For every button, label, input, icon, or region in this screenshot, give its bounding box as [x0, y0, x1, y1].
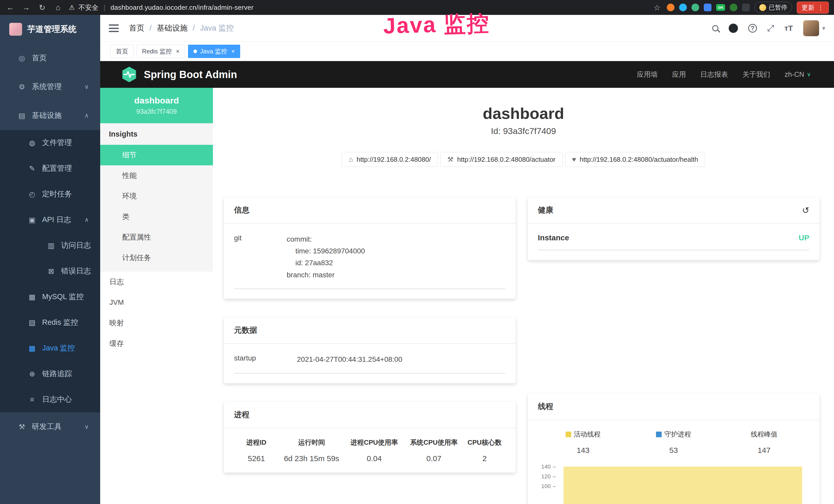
sba-item-scheduled-tasks[interactable]: 计划任务 [100, 248, 213, 268]
git-time-line: time: 1596289704000 [287, 245, 505, 257]
sidebar-item-label: 配置管理 [42, 163, 72, 174]
row-value: 2021-04-27T00:44:31.254+08:00 [297, 353, 505, 365]
sidebar-item-system-management[interactable]: ⚙ 系统管理 ∨ [0, 72, 100, 101]
sba-item-jvm[interactable]: JVM [100, 292, 213, 313]
sidebar-item-scheduled-tasks[interactable]: ◴ 定时任务 [0, 181, 100, 207]
value-system-cpu: 0.07 [404, 454, 464, 463]
paused-badge[interactable]: 已暂停 [754, 2, 792, 13]
info-row-git: git commit: time: 1596289704000 id: 27aa… [234, 233, 505, 289]
sba-item-classes[interactable]: 类 [100, 206, 213, 227]
health-url: http://192.168.0.2:48080/actuator/health [580, 156, 698, 164]
breadcrumb-current: Java 监控 [188, 23, 234, 33]
process-table: 进程ID 运行时间 进程CPU使用率 系统CPU使用率 CPU核心数 5261 … [234, 438, 505, 463]
column-header-pid: 进程ID [234, 438, 279, 447]
sba-item-environment[interactable]: 环境 [100, 186, 213, 206]
sba-nav-applications[interactable]: 应用 [672, 70, 686, 79]
extension-icon-orange[interactable] [667, 4, 675, 11]
sba-nav-about[interactable]: 关于我们 [742, 70, 770, 79]
extension-icon-puzzle[interactable] [742, 4, 750, 11]
sidebar-item-dev-tools[interactable]: ⚒ 研发工具 ∨ [0, 412, 100, 441]
value-live-threads: 143 [538, 446, 628, 455]
threads-card-header: 线程 [528, 394, 820, 420]
extension-icon-grid[interactable] [704, 4, 711, 11]
sidebar-item-file-management[interactable]: ◍ 文件管理 [0, 130, 100, 156]
sidebar-item-tracing[interactable]: ⊕ 链路追踪 [0, 361, 100, 387]
address-bar[interactable]: ⚠ 不安全 | dashboard.yudao.iocoder.cn/infra… [69, 3, 646, 12]
fullscreen-icon[interactable]: ⤢ [767, 23, 774, 33]
home-icon: ⌂ [349, 156, 353, 164]
browser-menu-icon[interactable]: ⋮ [817, 4, 824, 11]
back-icon[interactable]: ← [5, 3, 16, 12]
breadcrumb-home[interactable]: 首页 [129, 23, 144, 33]
home-icon[interactable]: ⌂ [53, 3, 63, 12]
user-menu[interactable]: ▾ [803, 20, 825, 36]
live-threads-area [564, 466, 802, 504]
git-branch-line: branch: master [287, 269, 505, 281]
history-icon[interactable]: ↺ [802, 205, 810, 215]
close-icon[interactable]: × [176, 48, 179, 55]
sba-brand-title: Spring Boot Admin [144, 69, 237, 81]
sidebar-item-access-logs[interactable]: ▥ 访问日志 [0, 233, 100, 258]
close-icon[interactable]: × [231, 48, 235, 55]
instance-header[interactable]: dashboard 93a3fc7f7409 [100, 88, 213, 123]
reload-icon[interactable]: ↻ [37, 3, 47, 12]
health-instance-label: Instance [538, 233, 569, 242]
sidebar-item-error-logs[interactable]: ⊠ 错误日志 [0, 258, 100, 284]
sidebar-item-mysql-monitor[interactable]: ▦ MySQL 监控 [0, 284, 100, 310]
sidebar-item-label: 文件管理 [42, 138, 72, 148]
sba-item-mappings[interactable]: 映射 [100, 313, 213, 333]
extension-icon-on-switch[interactable]: on [716, 4, 725, 11]
sba-nav-wallboard[interactable]: 应用墙 [637, 70, 658, 79]
edit-icon: ✎ [28, 164, 37, 173]
sidebar-item-infrastructure[interactable]: ▤ 基础设施 ∧ [0, 101, 100, 130]
extension-icon-drop[interactable] [679, 4, 687, 11]
app-logo[interactable]: 芋道管理系统 [0, 15, 100, 44]
column-header-uptime: 运行时间 [279, 438, 345, 447]
update-button[interactable]: 更新 ⋮ [797, 2, 829, 14]
sidebar-item-api-logs[interactable]: ▣ API 日志 ∧ [0, 207, 100, 233]
git-id-line: id: 27aa832 [287, 257, 505, 269]
legend-label: 活动线程 [574, 430, 600, 439]
sba-item-caches[interactable]: 缓存 [100, 333, 213, 354]
search-icon[interactable] [712, 25, 719, 31]
font-size-icon[interactable]: тT [785, 24, 793, 32]
sba-item-loggers[interactable]: 日志 [100, 272, 213, 292]
github-icon[interactable] [729, 24, 738, 33]
tab-java-monitor[interactable]: Java 监控 × [188, 45, 240, 58]
sidebar-item-label: 日志中心 [42, 394, 72, 405]
app-header: 首页 基础设施 Java 监控 ? ⤢ тT ▾ [100, 15, 834, 42]
warning-icon: ⚠ [69, 4, 75, 12]
sidebar-item-home[interactable]: ◎ 首页 [0, 44, 100, 72]
actuator-url-button[interactable]: ⚒ http://192.168.0.2:48080/actuator [440, 152, 562, 167]
threads-card: 线程 活动线程 [528, 394, 820, 504]
sba-item-metrics[interactable]: 性能 [100, 165, 213, 186]
threads-chart: 140 120 100 [538, 463, 809, 504]
browser-bar: ← → ↻ ⌂ ⚠ 不安全 | dashboard.yudao.iocoder.… [0, 0, 834, 15]
service-url-button[interactable]: ⌂ http://192.168.0.2:48080/ [342, 152, 438, 167]
tab-redis-monitor[interactable]: Redis 监控 × [137, 45, 185, 58]
language-label: zh-CN [785, 71, 804, 78]
redis-icon: ▧ [28, 318, 37, 327]
sba-item-config-props[interactable]: 配置属性 [100, 227, 213, 248]
sidebar-item-java-monitor[interactable]: ▩ Java 监控 [0, 335, 100, 361]
bookmark-star-icon[interactable]: ☆ [652, 3, 662, 12]
health-url-button[interactable]: ♥ http://192.168.0.2:48080/actuator/heal… [565, 152, 705, 167]
sidebar-item-config-management[interactable]: ✎ 配置管理 [0, 156, 100, 181]
sba-brand[interactable]: Spring Boot Admin [121, 66, 237, 83]
language-selector[interactable]: zh-CN ∨ [785, 71, 811, 78]
sba-nav-journal[interactable]: 日志报表 [700, 70, 728, 79]
metadata-card-body: startup 2021-04-27T00:44:31.254+08:00 [224, 344, 516, 383]
sba-item-details[interactable]: 细节 [100, 145, 213, 165]
breadcrumb-infrastructure[interactable]: 基础设施 [144, 23, 188, 33]
extension-icon-leaf[interactable] [730, 4, 738, 11]
forward-icon[interactable]: → [21, 3, 31, 12]
sidebar-item-log-center[interactable]: ≡ 日志中心 [0, 387, 100, 412]
cards-area: 信息 git commit: time: 1596289704000 [213, 167, 834, 504]
hamburger-icon[interactable] [109, 24, 119, 32]
breadcrumb: 首页 基础设施 Java 监控 [129, 23, 234, 33]
sidebar-item-redis-monitor[interactable]: ▧ Redis 监控 [0, 310, 100, 335]
help-icon[interactable]: ? [748, 24, 757, 32]
extension-icon-vue[interactable] [692, 4, 699, 11]
y-axis-tick: 120 [538, 473, 556, 480]
tab-home[interactable]: 首页 [110, 45, 134, 58]
